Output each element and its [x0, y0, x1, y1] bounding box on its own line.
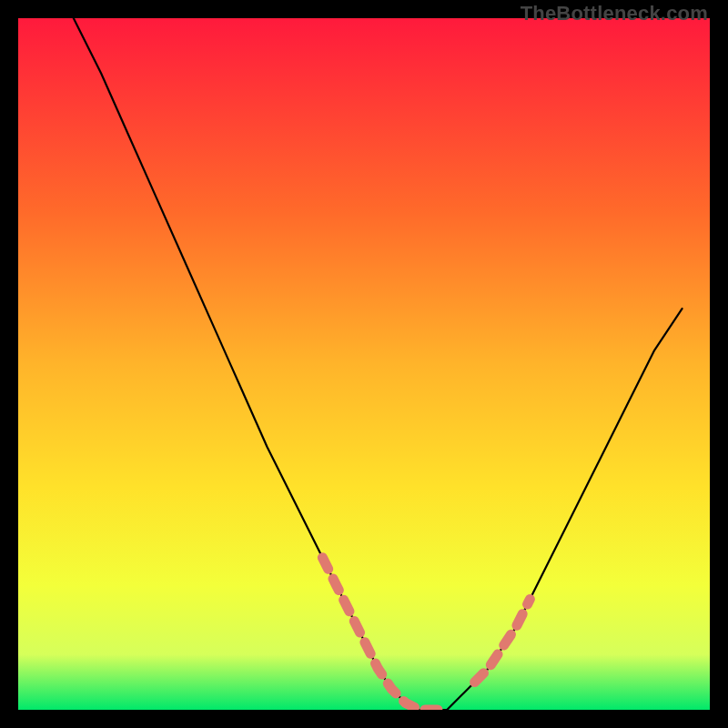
bottleneck-chart: [18, 18, 710, 710]
chart-frame: [18, 18, 710, 710]
watermark-text: TheBottleneck.com: [521, 2, 708, 25]
